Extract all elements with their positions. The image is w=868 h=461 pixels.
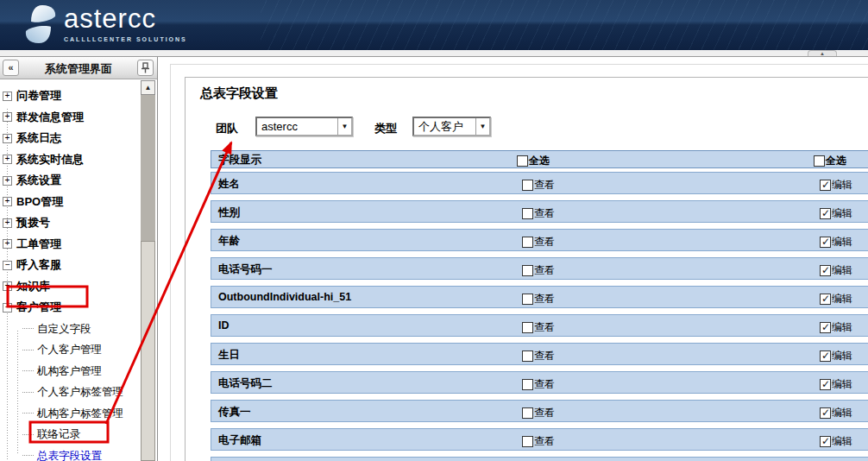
collapse-handle[interactable]: ▲ (808, 50, 837, 56)
view-label: 查看 (534, 349, 555, 363)
view-checkbox[interactable] (522, 379, 533, 390)
expand-node-icon[interactable]: + (3, 239, 12, 249)
view-checkbox[interactable] (522, 265, 533, 276)
sidebar-item[interactable]: 机构客户管理 (0, 361, 140, 382)
sidebar-tree: +问卷管理+群发信息管理+系统日志+系统实时信息+系统设置+BPO管理+预拨号+… (0, 80, 140, 461)
edit-label: 编辑 (832, 235, 852, 249)
content-panel: 总表字段设置 团队 astercc ▼ 类型 个人客户 ▼ 字段显示 全选 全选 (185, 77, 868, 461)
edit-checkbox[interactable] (820, 407, 831, 419)
field-name: 生日 (218, 348, 240, 363)
logo-text: astercc (64, 4, 187, 34)
field-name: 电子邮箱 (218, 433, 261, 448)
tree-connector (22, 455, 34, 456)
sidebar-item[interactable]: 总表字段设置 (0, 445, 140, 461)
edit-checkbox[interactable] (820, 265, 831, 276)
sidebar-item-label: 系统实时信息 (16, 149, 84, 171)
tree-connector (22, 413, 34, 414)
sidebar-item[interactable]: 自定义字段 (0, 319, 140, 340)
sidebar-item[interactable]: +工单管理 (0, 234, 140, 256)
edit-checkbox[interactable] (820, 208, 831, 219)
tree-connector (22, 328, 34, 329)
collapse-node-icon[interactable]: − (3, 303, 12, 313)
edit-checkbox[interactable] (820, 294, 831, 305)
team-label: 团队 (216, 121, 238, 136)
field-name: 电话号码一 (218, 262, 273, 277)
team-select[interactable]: astercc ▼ (255, 117, 353, 136)
view-label: 查看 (534, 434, 555, 449)
table-row-partial (211, 457, 868, 461)
edit-checkbox[interactable] (820, 180, 831, 191)
edit-checkbox[interactable] (820, 322, 831, 333)
sidebar-item-label: 联络记录 (37, 424, 80, 445)
sidebar-item[interactable]: +系统实时信息 (0, 149, 140, 171)
sidebar-item[interactable]: +BPO管理 (0, 192, 140, 213)
chevron-down-icon: ▼ (475, 118, 489, 135)
table-row: OutboundIndividual-hi_51查看编辑 (211, 286, 868, 308)
sidebar-item[interactable]: 个人客户管理 (0, 339, 140, 361)
view-checkbox[interactable] (522, 436, 533, 447)
view-label: 查看 (534, 320, 555, 335)
view-checkbox[interactable] (522, 322, 533, 333)
edit-label: 编辑 (832, 406, 852, 420)
view-checkbox[interactable] (522, 407, 533, 419)
pin-icon (141, 62, 150, 73)
view-checkbox[interactable] (522, 237, 533, 248)
view-checkbox[interactable] (522, 350, 533, 362)
sidebar-item[interactable]: +群发信息管理 (0, 107, 140, 129)
edit-label: 编辑 (832, 263, 852, 278)
expand-node-icon[interactable]: + (3, 92, 12, 101)
logo: astercc CALLLLCENTER SOLUTIONS (24, 4, 187, 44)
tree-connector (22, 392, 34, 393)
edit-checkbox[interactable] (820, 350, 831, 362)
field-name: OutboundIndividual-hi_51 (218, 291, 351, 303)
scrollbar-thumb[interactable] (141, 241, 155, 461)
collapse-node-icon[interactable]: − (3, 261, 12, 270)
edit-checkbox[interactable] (820, 379, 831, 390)
expand-node-icon[interactable]: + (3, 218, 12, 228)
expand-node-icon[interactable]: + (3, 281, 12, 291)
sidebar-item-label: BPO管理 (16, 192, 63, 213)
expand-node-icon[interactable]: + (3, 176, 12, 186)
sidebar-item-label: 个人客户标签管理 (37, 382, 123, 403)
sidebar-item[interactable]: +系统设置 (0, 170, 140, 192)
sidebar-item[interactable]: +问卷管理 (0, 85, 140, 107)
view-label: 查看 (534, 292, 555, 306)
sidebar-item[interactable]: +预拨号 (0, 212, 140, 234)
view-checkbox[interactable] (522, 208, 533, 219)
edit-checkbox[interactable] (820, 237, 831, 248)
view-checkbox[interactable] (522, 180, 533, 191)
sidebar-item[interactable]: +知识库 (0, 276, 140, 298)
field-column-header: 字段显示 (218, 153, 261, 167)
edit-checkbox[interactable] (820, 436, 831, 447)
expand-node-icon[interactable]: + (3, 197, 12, 206)
table-row: 电话号码二查看编辑 (211, 371, 868, 394)
sidebar-item[interactable]: −客户管理 (0, 297, 140, 319)
sidebar-item[interactable]: 个人客户标签管理 (0, 382, 140, 403)
table-row: 年龄查看编辑 (211, 229, 868, 251)
sidebar-item[interactable]: 机构客户标签管理 (0, 403, 140, 425)
sidebar-item[interactable]: +系统日志 (0, 128, 140, 149)
expand-node-icon[interactable]: + (3, 134, 12, 143)
expand-node-icon[interactable]: + (3, 155, 12, 164)
sidebar-item[interactable]: 联络记录 (0, 424, 140, 445)
expand-node-icon[interactable]: + (3, 112, 12, 122)
sidebar-item-label: 自定义字段 (37, 319, 91, 340)
field-name: 性别 (218, 205, 240, 220)
sidebar-item-label: 总表字段设置 (37, 445, 102, 461)
sidebar-item-label: 系统设置 (16, 170, 61, 192)
select-all-view-checkbox[interactable] (517, 155, 528, 167)
sidebar-item[interactable]: −呼入客服 (0, 255, 140, 276)
view-checkbox[interactable] (522, 294, 533, 305)
edit-label: 编辑 (832, 178, 852, 193)
chevron-down-icon: ▼ (337, 118, 351, 135)
select-all-edit-checkbox[interactable] (814, 155, 825, 167)
sidebar-item-label: 机构客户标签管理 (37, 403, 123, 425)
sidebar-pin-button[interactable] (137, 60, 154, 76)
logo-tagline: CALLLLCENTER SOLUTIONS (64, 36, 187, 42)
table-row: ID查看编辑 (211, 314, 868, 337)
type-select[interactable]: 个人客户 ▼ (412, 117, 491, 136)
scrollbar-up-arrow-icon[interactable]: ▲ (141, 80, 155, 95)
type-label: 类型 (374, 121, 397, 136)
sidebar-scrollbar[interactable]: ▲ (141, 80, 155, 461)
sidebar-item-label: 呼入客服 (16, 255, 61, 276)
